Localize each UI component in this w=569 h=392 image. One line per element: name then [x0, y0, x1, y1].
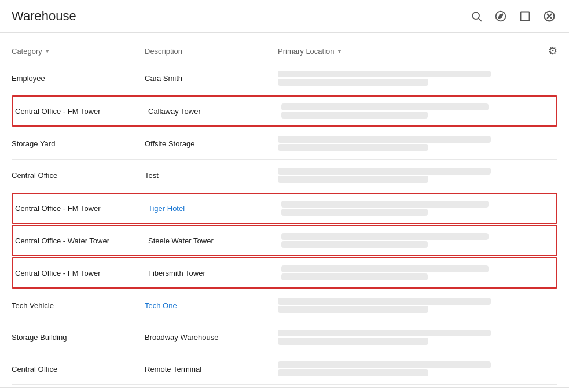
app-header: Warehouse [0, 0, 569, 33]
description-cell: Remote Terminal [145, 365, 278, 373]
table-row[interactable]: Central Office - FM TowerTiger Hotel [12, 193, 557, 224]
table-row[interactable]: Central OfficeRemote Terminal [12, 353, 557, 385]
table-row[interactable]: Central Office - FM TowerCallaway Tower [12, 95, 557, 127]
header-actions [468, 8, 557, 24]
table-row[interactable]: EmployeeCara Smith [12, 62, 557, 94]
col-header-settings[interactable]: ⚙ [534, 45, 557, 57]
svg-rect-4 [521, 12, 530, 21]
location-cell [278, 328, 534, 346]
location-cell [281, 102, 531, 120]
location-cell [278, 69, 534, 87]
description-cell: Offsite Storage [145, 139, 278, 148]
category-cell: Central Office - FM Tower [15, 204, 148, 213]
location-filter-icon[interactable]: ▼ [337, 48, 343, 54]
col-header-description: Description [145, 45, 278, 57]
description-cell: Callaway Tower [148, 107, 281, 116]
category-cell: Central Office - FM Tower [15, 269, 148, 278]
close-icon[interactable] [541, 8, 557, 24]
category-cell: Central Office - Water Tower [15, 236, 148, 245]
table-header-row: Category ▼ Description Primary Location … [12, 39, 557, 62]
description-cell[interactable]: Tiger Hotel [148, 204, 281, 213]
settings-icon[interactable]: ⚙ [548, 45, 557, 57]
category-cell: Central Office [12, 171, 145, 180]
category-cell: Storage Yard [12, 139, 145, 148]
category-filter-icon[interactable]: ▼ [45, 48, 50, 54]
description-cell: Fibersmith Tower [148, 269, 281, 278]
table-row[interactable]: Central Office - Water TowerSteele Water… [12, 225, 557, 256]
search-icon[interactable] [468, 8, 484, 24]
description-cell: Cara Smith [145, 74, 278, 83]
pagination-bar: Items per page: 10 5 20 50 11 – 20 of 35… [0, 387, 569, 392]
col-header-primary-location[interactable]: Primary Location ▼ [278, 45, 534, 57]
svg-marker-3 [498, 14, 502, 18]
table-row[interactable]: Tech VehicleTech One [12, 290, 557, 321]
category-cell: Employee [12, 74, 145, 83]
location-cell [281, 199, 531, 217]
col-header-category[interactable]: Category ▼ [12, 45, 145, 57]
location-cell [278, 167, 534, 184]
category-cell: Tech Vehicle [12, 301, 145, 310]
description-cell: Test [145, 171, 278, 180]
location-cell [278, 135, 534, 152]
description-cell: Steele Water Tower [148, 236, 281, 245]
description-cell[interactable]: Tech One [145, 301, 278, 310]
category-cell: Central Office [12, 365, 145, 373]
location-cell [281, 232, 531, 249]
category-cell: Storage Building [12, 333, 145, 342]
table-row[interactable]: Storage BuildingBroadway Warehouse [12, 321, 557, 353]
page-title: Warehouse [12, 9, 76, 24]
window-icon[interactable] [517, 8, 533, 24]
table-row[interactable]: Storage YardOffsite Storage [12, 128, 557, 160]
compass-icon[interactable] [493, 8, 509, 24]
location-cell [278, 297, 534, 314]
table-row[interactable]: Central Office - FM TowerFibersmith Towe… [12, 257, 557, 289]
table-row[interactable]: Central OfficeTest [12, 160, 557, 191]
svg-line-1 [479, 19, 482, 21]
location-cell [281, 264, 531, 282]
table-body: EmployeeCara SmithCentral Office - FM To… [12, 62, 557, 385]
category-cell: Central Office - FM Tower [15, 107, 148, 116]
description-cell: Broadway Warehouse [145, 333, 278, 342]
location-cell [278, 360, 534, 378]
data-table: Category ▼ Description Primary Location … [0, 39, 569, 385]
